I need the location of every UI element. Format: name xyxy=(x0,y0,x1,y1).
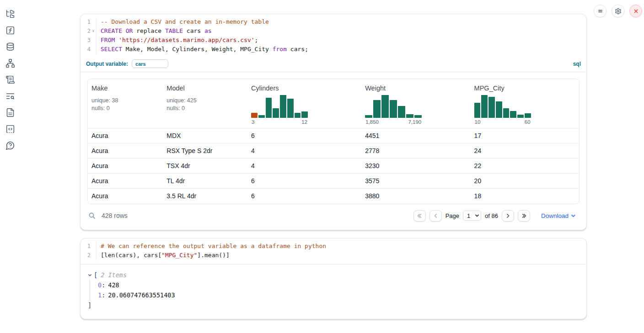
column-title: Cylinders xyxy=(251,85,358,92)
histogram-bar[interactable] xyxy=(381,95,389,118)
search-icon[interactable] xyxy=(88,212,96,219)
code-text: CREATE OR replace TABLE cars as xyxy=(96,26,586,36)
histogram-bar[interactable] xyxy=(406,114,413,118)
table-cell: 17 xyxy=(471,128,579,143)
column-header-weight[interactable]: Weight1,8507,190 xyxy=(361,79,470,128)
table-row[interactable]: AcuraMDX6445117 xyxy=(88,128,579,143)
histogram-bar[interactable] xyxy=(266,98,272,118)
histogram-bar[interactable] xyxy=(287,99,294,118)
histogram-bar[interactable] xyxy=(488,97,495,118)
chevrons-right-icon xyxy=(521,213,527,219)
table-row[interactable]: AcuraTSX 4dr4323022 xyxy=(88,159,579,174)
sql-code-editor[interactable]: 1-- Download a CSV and create an in-memo… xyxy=(80,14,586,58)
histogram-bar[interactable] xyxy=(398,106,405,118)
code-line: 2[len(cars), cars["MPG_City"].mean()] xyxy=(80,251,586,260)
column-histogram[interactable]: 1060 xyxy=(474,95,531,125)
table-row[interactable]: AcuraTL 4dr6357520 xyxy=(88,174,579,189)
histogram-axis-labels: 1060 xyxy=(474,119,531,125)
chevron-down-icon xyxy=(571,213,576,218)
table-body: AcuraMDX6445117AcuraRSX Type S 2dr427782… xyxy=(88,128,579,204)
sidebar-help-button[interactable] xyxy=(4,139,16,152)
chevron-right-icon xyxy=(505,213,511,219)
histogram-bar[interactable] xyxy=(525,113,531,118)
sidebar-variables-button[interactable] xyxy=(4,24,16,37)
histogram-bar[interactable] xyxy=(517,115,524,118)
fold-chevron-icon[interactable]: ∨ xyxy=(91,26,96,36)
table-row[interactable]: Acura3.5 RL 4dr6388018 xyxy=(88,189,579,204)
sql-cell-output: Makeunique: 38nulls: 0Modelunique: 425nu… xyxy=(80,72,586,230)
histogram-bar[interactable] xyxy=(301,111,308,118)
list-item: 0:428 xyxy=(98,280,579,290)
histogram-bar[interactable] xyxy=(503,108,510,118)
table-cell: 2778 xyxy=(361,143,470,159)
table-cell: Acura xyxy=(88,143,163,159)
histogram-bar[interactable] xyxy=(295,113,301,118)
collapse-toggle[interactable] xyxy=(88,270,94,280)
table-cell: Acura xyxy=(88,174,163,189)
language-badge[interactable]: sql xyxy=(573,61,581,67)
histogram-bar[interactable] xyxy=(280,95,286,118)
output-variable-label: Output variable: xyxy=(86,61,128,67)
sidebar-dependency-graph-button[interactable] xyxy=(4,57,16,69)
python-code-editor[interactable]: 1# We can reference the output variable … xyxy=(80,238,586,264)
row-count: 428 rows xyxy=(102,212,128,219)
sidebar-search-button[interactable] xyxy=(4,90,16,102)
table-cell: 24 xyxy=(471,143,579,159)
function-square-icon xyxy=(5,26,15,35)
sidebar-datasources-button[interactable] xyxy=(4,40,16,53)
histogram-bar[interactable] xyxy=(373,100,381,118)
fold-spacer xyxy=(91,45,96,54)
histogram-bar[interactable] xyxy=(365,115,372,118)
column-header-make[interactable]: Makeunique: 38nulls: 0 xyxy=(88,79,163,128)
sidebar-documentation-button[interactable] xyxy=(4,106,16,119)
column-histogram[interactable]: 312 xyxy=(251,95,308,125)
table-cell: 22 xyxy=(471,159,579,174)
line-number: 2 xyxy=(80,251,91,260)
database-icon xyxy=(5,42,15,52)
page-select[interactable]: 1 xyxy=(463,211,481,221)
last-page-button[interactable] xyxy=(518,210,530,222)
fold-spacer xyxy=(91,242,96,251)
sidebar-snippets-button[interactable] xyxy=(4,122,16,135)
column-header-mpg_city[interactable]: MPG_City1060 xyxy=(471,79,579,128)
code-text: # We can reference the output variable a… xyxy=(96,242,586,251)
histogram-bar[interactable] xyxy=(510,111,516,118)
column-title: Weight xyxy=(365,85,467,92)
result-table: Makeunique: 38nulls: 0Modelunique: 425nu… xyxy=(87,79,580,204)
gear-icon xyxy=(615,8,622,15)
histogram-bar[interactable] xyxy=(390,100,397,118)
histogram-bar[interactable] xyxy=(481,95,488,118)
menu-button[interactable] xyxy=(594,5,606,17)
table-cell: Acura xyxy=(88,189,163,204)
line-number: 2 xyxy=(80,26,91,36)
histogram-bar[interactable] xyxy=(258,115,265,118)
column-histogram[interactable]: 1,8507,190 xyxy=(365,95,422,125)
file-text-icon xyxy=(5,108,15,117)
next-page-button[interactable] xyxy=(502,210,514,222)
column-header-model[interactable]: Modelunique: 425nulls: 0 xyxy=(163,79,247,128)
output-variable-input[interactable] xyxy=(132,59,168,68)
table-row[interactable]: AcuraRSX Type S 2dr4277824 xyxy=(88,143,579,159)
column-header-cylinders[interactable]: Cylinders312 xyxy=(247,79,361,128)
code-text: [len(cars), cars["MPG_City"].mean()] xyxy=(96,251,586,260)
first-page-button[interactable] xyxy=(413,210,426,222)
previous-page-button[interactable] xyxy=(429,210,442,222)
histogram-bar[interactable] xyxy=(474,103,481,118)
code-line: 1-- Download a CSV and create an in-memo… xyxy=(80,17,586,26)
sql-cell: 1-- Download a CSV and create an in-memo… xyxy=(80,14,587,230)
settings-button[interactable] xyxy=(612,5,624,17)
sidebar-logs-button[interactable] xyxy=(4,73,16,86)
histogram-bar[interactable] xyxy=(273,108,279,118)
open-bracket: [ xyxy=(94,270,97,280)
shutdown-button[interactable] xyxy=(629,5,642,17)
list-item: 1:20.060747663551403 xyxy=(98,290,579,300)
scroll-text-icon xyxy=(5,75,15,85)
histogram-bar[interactable] xyxy=(414,115,422,118)
download-button[interactable]: Download xyxy=(538,212,579,220)
table-footer: 428 rows Page xyxy=(87,208,580,223)
histogram-bar[interactable] xyxy=(251,113,258,118)
hamburger-menu-icon xyxy=(597,8,604,15)
sidebar-file-explorer-button[interactable] xyxy=(4,7,16,20)
line-number: 3 xyxy=(80,36,91,45)
histogram-bar[interactable] xyxy=(496,101,502,118)
